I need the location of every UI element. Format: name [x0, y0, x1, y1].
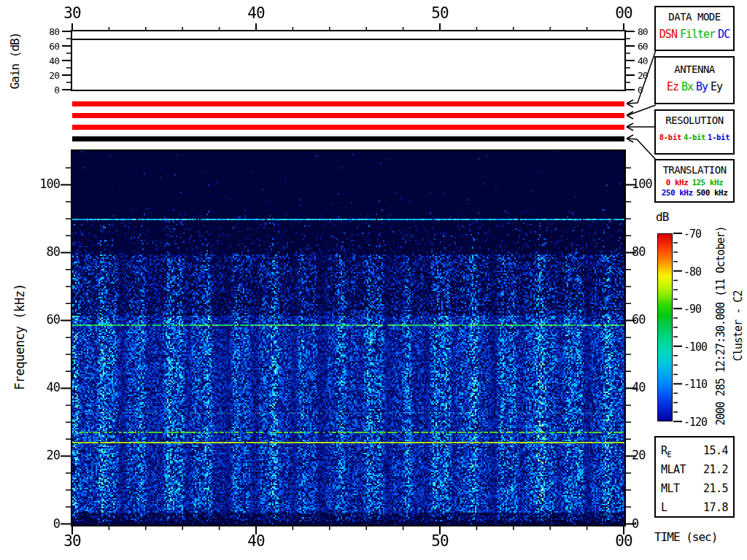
ephemeris-row-mlat: MLAT21.2 [661, 461, 728, 480]
tick-mark [627, 112, 633, 115]
freq-tick-label-left: 100 [18, 176, 60, 191]
ephemeris-row-l: L17.8 [661, 499, 728, 518]
gain-tick-label-left: 80 [30, 26, 59, 37]
legend-item-1-bit: 1-bit [708, 133, 729, 141]
ephemeris-label: L [661, 499, 667, 518]
time-tick-label-bottom: 00 [602, 532, 646, 550]
time-tick-label-top: 50 [418, 4, 462, 22]
legend-item-by: By [696, 80, 708, 93]
tick-mark [627, 115, 633, 119]
tick-mark [627, 104, 633, 107]
legend-item-125-khz: 125 kHz [692, 178, 723, 187]
resolution-title: RESOLUTION [656, 114, 733, 126]
resolution-values: 8-bit4-bit1-bit [656, 133, 733, 141]
tick-mark [627, 100, 633, 104]
data-mode-title: DATA MODE [656, 11, 733, 23]
colorbar-tick-label: -110 [684, 378, 720, 391]
freq-tick-label-left: 80 [18, 244, 60, 259]
gain-tick-label-left: 0 [30, 85, 59, 96]
ephemeris-value: 21.2 [703, 461, 728, 480]
freq-tick-label-right: 100 [632, 176, 674, 191]
gain-tick-label-left: 60 [30, 41, 59, 52]
ephemeris-label: MLT [661, 480, 680, 499]
colorbar-tick-label: -100 [684, 341, 720, 354]
antenna-values: EzBxByEy [656, 80, 733, 93]
resolution-bar [72, 125, 624, 130]
spectrogram-frame [71, 149, 626, 526]
ephemeris-value: 21.5 [703, 480, 728, 499]
ephemeris-value: 17.8 [703, 499, 728, 518]
freq-tick-label-right: 40 [632, 380, 674, 394]
time-tick-label-top: 40 [234, 4, 278, 22]
spectrogram-canvas [72, 151, 624, 525]
gain-tick-label-right: 40 [638, 55, 667, 66]
colorbar-unit-label: dB [656, 210, 668, 224]
freq-tick-label-left: 0 [18, 516, 60, 531]
colorbar-tick-label: -70 [684, 228, 720, 241]
freq-tick-label-left: 40 [18, 380, 60, 394]
freq-tick-label-left: 60 [18, 312, 60, 327]
gain-tick-label-left: 40 [30, 55, 59, 66]
legend-item-500-khz: 500 kHz [697, 188, 728, 198]
ephemeris-value: 15.4 [703, 442, 728, 461]
tick-mark [627, 135, 633, 139]
time-tick-label-bottom: 50 [418, 532, 462, 550]
colorbar-tick-label: -80 [684, 265, 720, 279]
freq-tick-label-right: 20 [632, 448, 674, 462]
freq-tick-label-right: 60 [632, 312, 674, 327]
gain-tick-label-right: 0 [638, 85, 667, 96]
legend-item-filter: Filter [680, 28, 715, 41]
freq-tick-label-right: 80 [632, 244, 674, 259]
translation-title: TRANSLATION [656, 164, 733, 176]
antenna-bar [72, 113, 624, 118]
time-tick-label-top: 30 [50, 4, 94, 22]
pointer-line [628, 139, 656, 160]
gain-axis-label: Gain (dB) [8, 18, 22, 105]
tick-mark [627, 139, 633, 142]
tick-mark [627, 123, 633, 127]
legend-item-8-bit: 8-bit [659, 133, 681, 141]
gain-tick-label-left: 20 [30, 70, 59, 81]
colorbar-tick-label: -120 [684, 416, 720, 429]
data-mode-bar [72, 101, 624, 106]
freq-tick-label-right: 0 [632, 516, 674, 531]
spacecraft-annotation: Cluster - C2 [732, 253, 745, 399]
legend-item-dc: DC [718, 28, 729, 41]
time-axis-label: TIME (sec) [654, 530, 717, 544]
gain-tick-label-right: 60 [638, 41, 667, 52]
ephemeris-label: MLAT [661, 461, 686, 480]
tick-mark [627, 127, 633, 131]
legend-item-ez: Ez [667, 80, 678, 93]
legend-item-4-bit: 4-bit [684, 133, 705, 141]
time-tick-label-top: 00 [602, 4, 646, 22]
pointer-line [628, 105, 656, 115]
antenna-title: ANTENNA [656, 63, 733, 75]
gain-tick-label-right: 80 [638, 26, 667, 37]
gain-panel [71, 30, 626, 91]
ephemeris-row-mlt: MLT21.5 [661, 480, 728, 499]
resolution-box: RESOLUTION 8-bit4-bit1-bit [654, 109, 735, 155]
legend-item-bx: Bx [681, 80, 693, 93]
data-mode-values: DSNFilterDC [656, 28, 733, 41]
translation-bar [72, 136, 624, 141]
time-tick-label-bottom: 30 [50, 532, 94, 550]
gain-trace-line [72, 39, 624, 40]
legend-item-ey: Ey [711, 80, 722, 93]
freq-tick-label-left: 20 [18, 448, 60, 462]
plot-root: Gain (dB) Frequency (kHz) DATA MODE DSNF… [0, 0, 747, 560]
time-tick-label-bottom: 40 [234, 532, 278, 550]
frequency-axis-label: Frequency (kHz) [12, 242, 27, 432]
colorbar-tick-label: -90 [684, 303, 720, 316]
gain-tick-label-right: 20 [638, 70, 667, 81]
